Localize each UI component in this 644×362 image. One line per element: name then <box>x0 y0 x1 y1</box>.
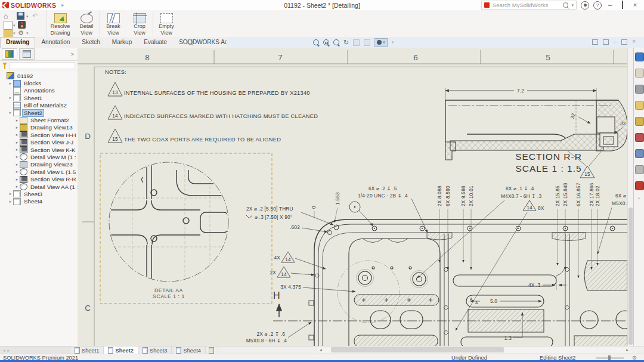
expand-arrow-icon[interactable]: ▸ <box>14 125 20 130</box>
tree-item[interactable]: ▸ Section View H-H <box>0 131 78 138</box>
hscroll-left-icon[interactable]: ◂ <box>318 348 324 352</box>
note-tap-line1[interactable]: 2X ⌀ .2 ↧ .6 <box>256 331 285 337</box>
filter-input[interactable] <box>10 62 75 69</box>
task-pane-icon[interactable] <box>635 165 644 174</box>
search-dropdown-icon[interactable]: ▾ <box>571 3 574 8</box>
dim-7-2[interactable]: 7.2 <box>517 88 524 94</box>
zoom-previous-icon[interactable] <box>333 39 339 45</box>
dim-1563[interactable]: 1.563 <box>335 192 340 205</box>
dim-13[interactable]: 1.3 <box>504 335 512 341</box>
tree-item[interactable]: ▸ Detail View M (1 : 1) <box>0 153 78 160</box>
tree-item[interactable]: ▸ Detail View L (1.5 : 1) <box>0 168 78 175</box>
new-dropdown-icon[interactable]: ▾ <box>13 23 16 28</box>
tree-item[interactable]: ▸ Sheet Format2 <box>0 116 78 123</box>
display-states-icon[interactable] <box>18 21 26 29</box>
dim-2x-9598[interactable]: 2X 9.598 <box>460 185 466 206</box>
ribbon-button[interactable]: Break View <box>100 11 126 36</box>
ribbon-button[interactable]: Resolve Drawing <box>47 11 73 36</box>
task-pane-icon[interactable] <box>635 133 644 142</box>
graphics-area[interactable]: 8 7 6 5 D C NOTES: 13 INTERNAL SURFACES … <box>78 48 627 346</box>
search-input[interactable]: Search MySolidWorks ▾ <box>481 1 577 10</box>
panel-expand-chevron-icon[interactable]: > <box>71 51 78 57</box>
expand-arrow-icon[interactable]: ▸ <box>8 191 13 196</box>
doc-newwindow-icon[interactable] <box>592 39 598 45</box>
task-pane-icon[interactable] <box>635 149 644 158</box>
restore-button[interactable] <box>618 1 627 9</box>
commandmanager-tab[interactable]: Drawing <box>0 37 35 48</box>
tree-item[interactable]: ▸ Sheet4 <box>0 198 78 205</box>
dim-3x-4375[interactable]: 3X 4.375 <box>280 284 301 290</box>
minimize-button[interactable]: – <box>606 1 614 9</box>
tree-item[interactable]: ▸ Blocks <box>0 79 78 86</box>
tree-item[interactable]: Annotations <box>0 87 78 94</box>
note-thru[interactable]: 2X ⌀ .2 [5.50] THRU <box>246 206 293 212</box>
task-pane-icon[interactable] <box>635 117 644 126</box>
hscroll-track[interactable] <box>324 347 624 352</box>
status-gear-icon[interactable]: ⚙ <box>632 355 637 361</box>
commandmanager-tab[interactable]: Sketch <box>76 37 106 48</box>
dim-32-b[interactable]: 32 <box>620 120 626 126</box>
hscroll-right-icon[interactable]: ▸ <box>624 348 630 352</box>
open-dropdown-icon[interactable]: ▾ <box>13 31 16 36</box>
expand-arrow-icon[interactable]: ▸ <box>8 81 13 86</box>
status-zoom-slider[interactable] <box>596 357 624 359</box>
home-icon[interactable]: ⌂ <box>4 13 11 20</box>
expand-arrow-icon[interactable]: ▸ <box>8 199 13 204</box>
ribbon-button[interactable]: Empty View <box>153 11 179 36</box>
tree-item[interactable]: ▸ Sheet1 <box>0 94 78 101</box>
dim-602[interactable]: .602 <box>290 224 300 230</box>
display-style-dropdown-icon[interactable]: ▾ <box>383 40 385 45</box>
help-button[interactable]: ? <box>593 1 602 10</box>
task-pane-icon[interactable] <box>635 69 644 78</box>
close-button[interactable]: × <box>631 1 639 9</box>
expand-arrow-icon[interactable]: ▸ <box>14 177 20 182</box>
horizontal-scrollbar[interactable]: ◂ ▸ <box>318 346 630 353</box>
note-6xb-line1[interactable]: 6X ⌀ <box>615 193 626 199</box>
tree-item[interactable]: ▸ Section View R-R <box>0 175 78 182</box>
dim-zero[interactable]: 0 <box>311 206 317 209</box>
new-document-icon[interactable] <box>4 21 13 30</box>
dim-4x-3[interactable]: 4X .3 <box>528 282 541 288</box>
dim-2x-1585[interactable]: 2X 15.85 <box>555 185 561 206</box>
expand-arrow-icon[interactable]: ▸ <box>8 95 13 100</box>
sheet-scroll-left-icon[interactable]: ◂ <box>3 348 5 353</box>
tree-item[interactable]: ▸ Section View J-J <box>0 139 78 146</box>
tree-item[interactable]: ▸ Sheet3 <box>0 190 78 197</box>
expand-arrow-icon[interactable]: ▸ <box>14 162 20 167</box>
doc-restore-icon[interactable] <box>621 39 627 45</box>
expand-arrow-icon[interactable]: ▸ <box>14 154 20 159</box>
task-pane-icon[interactable] <box>635 181 644 190</box>
dim-2x-1802[interactable]: 2X 18.02 <box>595 185 600 206</box>
hscroll-thumb[interactable] <box>331 347 504 352</box>
featuremanager-tree-tab[interactable] <box>2 48 17 60</box>
expand-arrow-icon[interactable]: ▸ <box>14 118 20 123</box>
options-icon[interactable]: ⚙ <box>18 29 26 37</box>
tree-item[interactable]: ▸ Sheet2 <box>0 109 78 116</box>
dim-2x-8088[interactable]: 2X 8.088 <box>436 185 442 206</box>
task-pane-collapse-icon[interactable]: ^ <box>638 197 640 201</box>
search-icon[interactable] <box>563 2 568 8</box>
display-style-button[interactable]: ▾ <box>374 38 388 47</box>
note-6xb-line2[interactable]: M5X0.8 <box>612 200 627 206</box>
tree-item[interactable]: ▸ Drawing View23 <box>0 161 78 168</box>
note-6x-hole-line2[interactable]: 1/4-20 UNC - 2B ↧ .4 <box>358 193 408 199</box>
tree-item[interactable]: 01192 <box>0 72 78 79</box>
property-manager-tab[interactable] <box>19 48 35 60</box>
expand-arrow-icon[interactable]: ▸ <box>8 110 13 115</box>
ribbon-button[interactable]: Crop View <box>126 11 153 36</box>
task-pane-icon[interactable] <box>635 52 644 61</box>
save-icon[interactable] <box>17 12 24 20</box>
zoom-to-fit-icon[interactable] <box>313 39 319 45</box>
ribbon-button[interactable]: Detail View <box>73 11 100 36</box>
commandmanager-tab[interactable]: Annotation <box>35 37 76 48</box>
user-account-button[interactable] <box>581 1 589 10</box>
doc-minimize-icon[interactable]: – <box>614 39 617 45</box>
commandmanager-tab[interactable]: Evaluate <box>138 37 173 48</box>
tree-item[interactable]: ▸ Section View K-K <box>0 146 78 153</box>
dim-2x-1001[interactable]: 2X 10.01 <box>468 185 474 206</box>
rotate-view-icon[interactable]: ↻ <box>343 39 349 46</box>
note-6x-hole-line1[interactable]: 6X ⌀ .2 ↧ .5 <box>369 185 397 191</box>
tree-item[interactable]: ▸ Detail View AA (1 : 1) <box>0 183 78 190</box>
filter-funnel-icon[interactable] <box>2 63 7 69</box>
dim-6x-8590[interactable]: 6X 8.590 <box>445 185 451 206</box>
